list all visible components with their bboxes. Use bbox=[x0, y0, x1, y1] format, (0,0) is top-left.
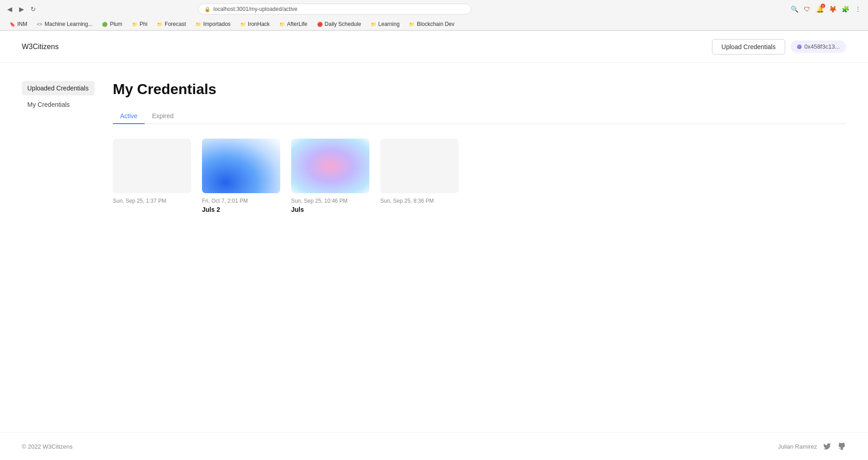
credential-card-2[interactable]: Fri, Oct 7, 2:01 PM Juls 2 bbox=[202, 139, 280, 213]
forward-button[interactable]: ▶ bbox=[17, 5, 25, 13]
bookmark-forecast[interactable]: 📁 Forecast bbox=[153, 20, 190, 28]
page-title: My Credentials bbox=[113, 81, 846, 98]
bookmark-plum[interactable]: 🟢 Plum bbox=[98, 20, 126, 28]
bookmark-blockchain[interactable]: 📁 Blockchain Dev bbox=[405, 20, 458, 28]
back-button[interactable]: ◀ bbox=[5, 5, 14, 13]
bookmark-icon-plum: 🟢 bbox=[101, 21, 108, 27]
bookmark-label-learning: Learning bbox=[378, 21, 400, 27]
browser-chrome: ◀ ▶ ↻ 🔒 localhost:3001/my-uploaded/activ… bbox=[0, 0, 868, 31]
wallet-badge[interactable]: 0x458f3c13... bbox=[791, 40, 846, 53]
url-text: localhost:3001/my-uploaded/active bbox=[213, 6, 298, 12]
bookmark-label-afterlife: AfterLife bbox=[287, 21, 308, 27]
bookmark-icon-inm: 🔖 bbox=[9, 21, 15, 27]
shield-icon[interactable]: 🛡 bbox=[802, 5, 812, 14]
bookmark-icon-forecast: 📁 bbox=[156, 21, 163, 27]
credential-card-3[interactable]: Sun, Sep 25, 10:46 PM Juls bbox=[291, 139, 369, 213]
credential-date-4: Sun, Sep 25, 8:36 PM bbox=[380, 198, 459, 204]
bookmark-icon-afterlife: 📁 bbox=[279, 21, 285, 27]
credential-thumbnail-3 bbox=[291, 139, 369, 193]
notifications-icon[interactable]: 🔔 1 bbox=[815, 5, 824, 14]
github-icon[interactable] bbox=[837, 442, 846, 451]
extension-icon1[interactable]: 🦊 bbox=[828, 5, 837, 14]
main-layout: Uploaded Credentials My Credentials My C… bbox=[0, 63, 868, 432]
sidebar-item-my[interactable]: My Credentials bbox=[22, 97, 95, 112]
credential-card-4[interactable]: Sun, Sep 25, 8:36 PM bbox=[380, 139, 459, 213]
bookmark-label-importados: Importados bbox=[203, 21, 231, 27]
bookmark-ironhack[interactable]: 📁 IronHack bbox=[236, 20, 273, 28]
footer-right: Julian Ramirez bbox=[778, 442, 846, 451]
bookmark-inm[interactable]: 🔖 INM bbox=[5, 20, 31, 28]
bookmark-icon-daily: 🔴 bbox=[317, 21, 323, 27]
bookmark-label-daily: Daily Schedule bbox=[325, 21, 361, 27]
credential-card-1[interactable]: Sun, Sep 25, 1:37 PM bbox=[113, 139, 191, 213]
browser-nav: ◀ ▶ ↻ 🔒 localhost:3001/my-uploaded/activ… bbox=[0, 0, 868, 18]
bookmark-label-plum: Plum bbox=[110, 21, 122, 27]
bookmark-icon-ironhack: 📁 bbox=[240, 21, 246, 27]
main-content: My Credentials Active Expired Sun, Sep 2… bbox=[113, 81, 846, 414]
wallet-address: 0x458f3c13... bbox=[804, 43, 840, 50]
sidebar-nav: Uploaded Credentials My Credentials bbox=[22, 81, 95, 112]
bookmark-label-forecast: Forecast bbox=[165, 21, 186, 27]
credential-date-2: Fri, Oct 7, 2:01 PM bbox=[202, 198, 280, 204]
wallet-dot-icon bbox=[797, 45, 802, 49]
credential-name-3: Juls bbox=[291, 206, 369, 213]
lock-icon: 🔒 bbox=[204, 6, 211, 12]
refresh-button[interactable]: ↻ bbox=[29, 5, 37, 13]
bookmark-icon-ml: <> bbox=[36, 21, 43, 27]
bookmark-label-ironhack: IronHack bbox=[248, 21, 270, 27]
bookmark-phi[interactable]: 📁 Phi bbox=[128, 20, 151, 28]
bookmark-learning[interactable]: 📁 Learning bbox=[367, 20, 404, 28]
credentials-grid: Sun, Sep 25, 1:37 PM Fri, Oct 7, 2:01 PM… bbox=[113, 139, 459, 213]
bookmark-label-ml: Machine Learning... bbox=[45, 21, 92, 27]
bookmark-icon-blockchain: 📁 bbox=[409, 21, 415, 27]
browser-toolbar: 🔍 🛡 🔔 1 🦊 🧩 ⋮ bbox=[790, 5, 863, 14]
bookmark-label-inm: INM bbox=[17, 21, 27, 27]
bookmark-icon-phi: 📁 bbox=[131, 21, 138, 27]
sidebar-item-uploaded[interactable]: Uploaded Credentials bbox=[22, 81, 95, 95]
credential-thumbnail-2 bbox=[202, 139, 280, 193]
tabs: Active Expired bbox=[113, 109, 846, 124]
address-bar[interactable]: 🔒 localhost:3001/my-uploaded/active bbox=[198, 4, 471, 15]
twitter-icon[interactable] bbox=[823, 442, 832, 451]
menu-icon[interactable]: ⋮ bbox=[853, 5, 863, 14]
bookmark-label-blockchain: Blockchain Dev bbox=[417, 21, 454, 27]
app: W3Citizens Upload Credentials 0x458f3c13… bbox=[0, 31, 868, 460]
bookmark-daily[interactable]: 🔴 Daily Schedule bbox=[313, 20, 365, 28]
tab-active[interactable]: Active bbox=[113, 109, 145, 124]
bookmark-icon-learning: 📁 bbox=[370, 21, 377, 27]
credential-thumbnail-4 bbox=[380, 139, 459, 193]
credential-date-3: Sun, Sep 25, 10:46 PM bbox=[291, 198, 369, 204]
upload-credentials-button[interactable]: Upload Credentials bbox=[712, 39, 785, 55]
bookmark-ml[interactable]: <> Machine Learning... bbox=[33, 20, 96, 28]
credential-date-1: Sun, Sep 25, 1:37 PM bbox=[113, 198, 191, 204]
search-icon[interactable]: 🔍 bbox=[790, 5, 799, 14]
bookmark-importados[interactable]: 📁 Importados bbox=[192, 20, 234, 28]
bookmark-afterlife[interactable]: 📁 AfterLife bbox=[275, 20, 311, 28]
header-actions: Upload Credentials 0x458f3c13... bbox=[712, 39, 846, 55]
tab-expired[interactable]: Expired bbox=[145, 109, 181, 124]
credential-thumbnail-1 bbox=[113, 139, 191, 193]
bookmark-label-phi: Phi bbox=[140, 21, 147, 27]
app-footer: © 2022 W3Citizens Julian Ramirez bbox=[0, 432, 868, 460]
credential-name-2: Juls 2 bbox=[202, 206, 280, 213]
footer-copyright: © 2022 W3Citizens bbox=[22, 443, 72, 450]
footer-author: Julian Ramirez bbox=[778, 443, 817, 450]
app-header: W3Citizens Upload Credentials 0x458f3c13… bbox=[0, 31, 868, 63]
sidebar: Uploaded Credentials My Credentials bbox=[22, 81, 95, 414]
app-logo: W3Citizens bbox=[22, 43, 59, 51]
extension-icon2[interactable]: 🧩 bbox=[841, 5, 850, 14]
bookmarks-bar: 🔖 INM <> Machine Learning... 🟢 Plum 📁 Ph… bbox=[0, 18, 868, 30]
bookmark-icon-importados: 📁 bbox=[195, 21, 202, 27]
